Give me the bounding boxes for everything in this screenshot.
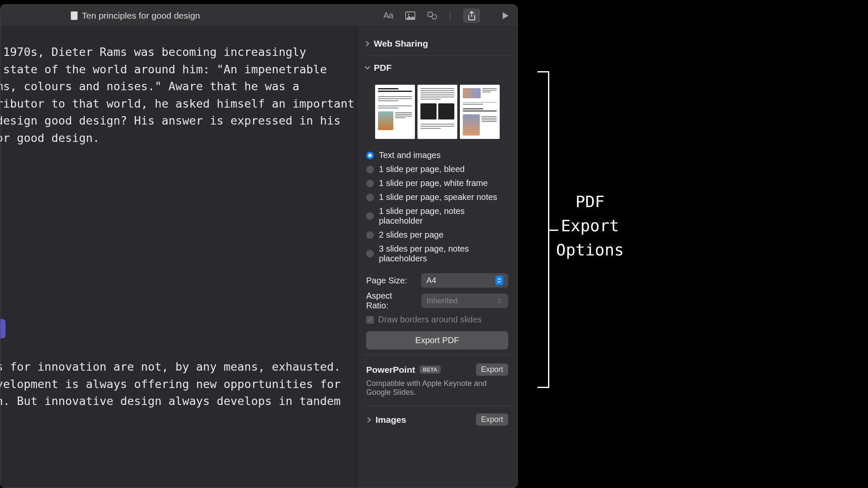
radio-text-and-images[interactable]: Text and images — [366, 148, 508, 162]
draw-borders-label: Draw borders around slides — [378, 315, 482, 324]
pdf-layout-radios: Text and images 1 slide per page, bleed … — [366, 148, 508, 266]
powerpoint-desc: Compatible with Apple Keynote and Google… — [364, 378, 510, 403]
pdf-title: PDF — [374, 63, 392, 73]
image-icon[interactable] — [405, 11, 415, 21]
pdf-preview-page-2 — [417, 85, 457, 139]
radio-1-slide-bleed[interactable]: 1 slide per page, bleed — [366, 162, 508, 176]
page-size-label: Page Size: — [366, 276, 416, 286]
selection-handle[interactable] — [0, 319, 6, 338]
select-stepper-icon — [495, 276, 503, 285]
document-title: Ten principles for good design — [82, 11, 200, 21]
divider — [364, 405, 510, 406]
radio-label: 3 slides per page, notes placeholders — [379, 244, 508, 263]
divider — [364, 55, 510, 56]
play-icon[interactable] — [501, 11, 511, 21]
radio-1-slide-speaker-notes[interactable]: 1 slide per page, speaker notes — [366, 190, 508, 204]
export-powerpoint-button[interactable]: Export — [476, 363, 508, 376]
radio-icon — [366, 212, 374, 220]
checkbox-icon: ✓ — [366, 316, 374, 324]
page-size-value: A4 — [426, 276, 436, 285]
chevron-right-icon — [364, 41, 370, 47]
radio-icon — [366, 194, 374, 201]
radio-1-slide-notes-placeholder[interactable]: 1 slide per page, notes placeholder — [366, 204, 508, 228]
aspect-ratio-label: Aspect Ratio: — [366, 291, 416, 311]
divider — [364, 355, 510, 355]
draw-borders-checkbox-row[interactable]: ✓ Draw borders around slides — [366, 315, 508, 324]
beta-badge: BETA — [420, 366, 441, 374]
radio-label: 2 slides per page — [379, 230, 443, 240]
select-stepper-icon — [495, 296, 503, 305]
radio-label: 1 slide per page, white frame — [379, 178, 488, 188]
export-sidebar: Web Sharing PDF — [356, 27, 517, 488]
radio-2-slides[interactable]: 2 slides per page — [366, 228, 508, 242]
editor-paragraph-1: Back in the late 1970s, Dieter Rams was … — [0, 44, 242, 147]
radio-3-slides-notes[interactable]: 3 slides per page, notes placeholders — [366, 242, 508, 266]
app-window: Ten principles for good design Aa | Back… — [0, 4, 518, 488]
web-sharing-title: Web Sharing — [374, 39, 428, 49]
powerpoint-title: PowerPoint — [366, 365, 415, 375]
pdf-preview-page-1 — [375, 85, 415, 139]
titlebar: Ten principles for good design Aa | — [0, 5, 517, 27]
export-pdf-button[interactable]: Export PDF — [366, 331, 508, 349]
svg-point-1 — [408, 14, 409, 15]
aspect-ratio-value: Inherited — [426, 296, 458, 305]
radio-label: Text and images — [379, 150, 441, 160]
editor-area[interactable]: Back in the late 1970s, Dieter Rams was … — [0, 27, 356, 488]
pdf-header[interactable]: PDF — [364, 58, 510, 77]
radio-label: 1 slide per page, bleed — [379, 164, 465, 174]
share-icon[interactable] — [463, 8, 480, 23]
pdf-preview-page-3 — [460, 85, 500, 139]
aspect-ratio-select[interactable]: Inherited — [421, 294, 508, 308]
images-title: Images — [376, 415, 406, 425]
svg-point-3 — [432, 14, 437, 19]
radio-icon — [366, 152, 374, 159]
radio-icon — [366, 231, 374, 239]
radio-1-slide-white-frame[interactable]: 1 slide per page, white frame — [366, 176, 508, 190]
separator: | — [449, 11, 451, 20]
radio-label: 1 slide per page, notes placeholder — [379, 206, 508, 226]
editor-paragraph-2: The possibilities for innovation are not… — [0, 358, 242, 410]
radio-icon — [366, 180, 374, 187]
document-icon — [71, 11, 78, 20]
shapes-icon[interactable] — [427, 11, 437, 21]
svg-rect-2 — [428, 12, 432, 16]
page-size-select[interactable]: A4 — [421, 273, 508, 288]
chevron-right-icon — [366, 417, 372, 423]
radio-icon — [366, 166, 374, 173]
annotation-bracket — [537, 71, 549, 388]
text-format-icon[interactable]: Aa — [383, 11, 393, 21]
export-images-button[interactable]: Export — [476, 413, 508, 426]
radio-icon — [366, 250, 374, 258]
web-sharing-header[interactable]: Web Sharing — [364, 34, 510, 53]
radio-label: 1 slide per page, speaker notes — [379, 192, 497, 202]
chevron-down-icon — [364, 65, 370, 71]
annotation-label: PDF Export Options — [556, 190, 624, 262]
pdf-preview — [364, 85, 510, 139]
